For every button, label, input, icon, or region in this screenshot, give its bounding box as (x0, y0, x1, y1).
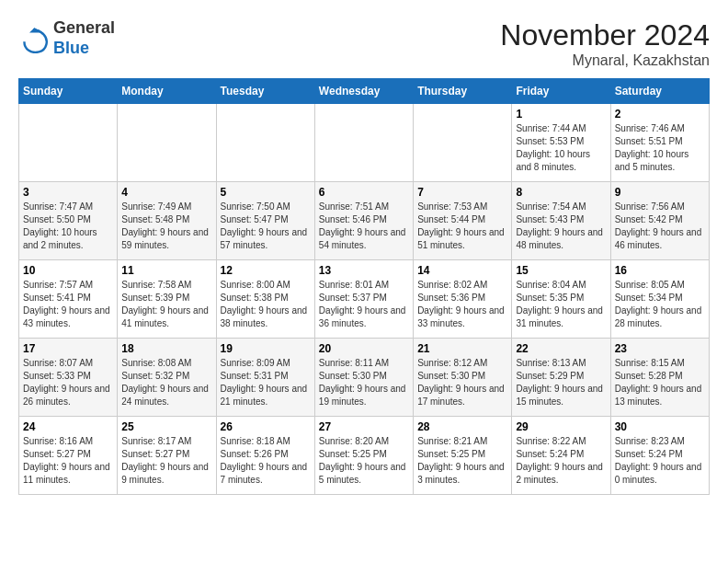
calendar-cell: 17Sunrise: 8:07 AMSunset: 5:33 PMDayligh… (19, 339, 118, 417)
weekday-header: Sunday (19, 79, 118, 104)
day-info: Sunrise: 8:18 AMSunset: 5:26 PMDaylight:… (221, 435, 311, 487)
calendar-cell: 5Sunrise: 7:50 AMSunset: 5:47 PMDaylight… (216, 182, 314, 260)
calendar-week-row: 17Sunrise: 8:07 AMSunset: 5:33 PMDayligh… (19, 339, 710, 417)
day-info: Sunrise: 8:17 AMSunset: 5:27 PMDaylight:… (121, 435, 211, 487)
weekday-header: Saturday (610, 79, 709, 104)
day-info: Sunrise: 8:13 AMSunset: 5:29 PMDaylight:… (516, 357, 606, 408)
day-number: 27 (319, 420, 409, 433)
day-number: 26 (221, 420, 311, 433)
day-info: Sunrise: 8:16 AMSunset: 5:27 PMDaylight:… (23, 435, 113, 487)
day-number: 8 (516, 186, 606, 199)
day-number: 2 (615, 108, 705, 121)
day-number: 28 (417, 420, 507, 433)
day-info: Sunrise: 8:22 AMSunset: 5:24 PMDaylight:… (516, 435, 606, 487)
day-number: 13 (319, 264, 409, 277)
calendar-cell: 6Sunrise: 7:51 AMSunset: 5:46 PMDaylight… (314, 182, 413, 260)
calendar-cell: 12Sunrise: 8:00 AMSunset: 5:38 PMDayligh… (216, 260, 314, 339)
day-info: Sunrise: 8:11 AMSunset: 5:30 PMDaylight:… (319, 357, 409, 408)
calendar-cell: 8Sunrise: 7:54 AMSunset: 5:43 PMDaylight… (512, 182, 610, 260)
weekday-header: Tuesday (216, 79, 314, 104)
calendar-cell: 24Sunrise: 8:16 AMSunset: 5:27 PMDayligh… (19, 417, 118, 495)
logo: General Blue (18, 18, 115, 58)
day-info: Sunrise: 7:57 AMSunset: 5:41 PMDaylight:… (23, 279, 113, 330)
calendar-header: SundayMondayTuesdayWednesdayThursdayFrid… (19, 79, 710, 104)
calendar-cell: 4Sunrise: 7:49 AMSunset: 5:48 PMDaylight… (118, 182, 216, 260)
calendar-week-row: 3Sunrise: 7:47 AMSunset: 5:50 PMDaylight… (19, 182, 710, 260)
calendar-cell: 25Sunrise: 8:17 AMSunset: 5:27 PMDayligh… (118, 417, 216, 495)
day-info: Sunrise: 7:46 AMSunset: 5:51 PMDaylight:… (615, 122, 705, 174)
calendar-cell (314, 104, 413, 182)
day-info: Sunrise: 7:54 AMSunset: 5:43 PMDaylight:… (516, 201, 606, 252)
weekday-header: Wednesday (314, 79, 413, 104)
day-number: 12 (221, 264, 311, 277)
day-number: 9 (615, 186, 705, 199)
day-info: Sunrise: 8:12 AMSunset: 5:30 PMDaylight:… (417, 357, 507, 408)
calendar-body: 1Sunrise: 7:44 AMSunset: 5:53 PMDaylight… (19, 104, 710, 495)
logo-text: General Blue (53, 18, 115, 58)
location: Mynaral, Kazakhstan (500, 52, 710, 69)
day-info: Sunrise: 7:51 AMSunset: 5:46 PMDaylight:… (319, 201, 409, 252)
calendar-cell: 9Sunrise: 7:56 AMSunset: 5:42 PMDaylight… (610, 182, 709, 260)
day-info: Sunrise: 8:07 AMSunset: 5:33 PMDaylight:… (23, 357, 113, 408)
day-info: Sunrise: 8:08 AMSunset: 5:32 PMDaylight:… (121, 357, 211, 408)
calendar-cell: 20Sunrise: 8:11 AMSunset: 5:30 PMDayligh… (314, 339, 413, 417)
day-number: 5 (221, 186, 311, 199)
day-info: Sunrise: 8:09 AMSunset: 5:31 PMDaylight:… (221, 357, 311, 408)
day-info: Sunrise: 7:50 AMSunset: 5:47 PMDaylight:… (221, 201, 311, 252)
day-number: 1 (516, 108, 606, 121)
calendar-cell: 13Sunrise: 8:01 AMSunset: 5:37 PMDayligh… (314, 260, 413, 339)
day-number: 18 (121, 342, 211, 355)
day-number: 25 (121, 420, 211, 433)
calendar-cell: 19Sunrise: 8:09 AMSunset: 5:31 PMDayligh… (216, 339, 314, 417)
calendar-cell: 21Sunrise: 8:12 AMSunset: 5:30 PMDayligh… (414, 339, 512, 417)
day-number: 4 (121, 186, 211, 199)
weekday-header: Monday (118, 79, 216, 104)
weekday-header: Thursday (414, 79, 512, 104)
weekday-header: Friday (512, 79, 610, 104)
day-info: Sunrise: 8:21 AMSunset: 5:25 PMDaylight:… (417, 435, 507, 487)
calendar-cell: 14Sunrise: 8:02 AMSunset: 5:36 PMDayligh… (414, 260, 512, 339)
day-info: Sunrise: 7:56 AMSunset: 5:42 PMDaylight:… (615, 201, 705, 252)
calendar-cell: 15Sunrise: 8:04 AMSunset: 5:35 PMDayligh… (512, 260, 610, 339)
logo-icon (18, 24, 48, 53)
title-block: November 2024 Mynaral, Kazakhstan (500, 18, 710, 69)
day-info: Sunrise: 8:01 AMSunset: 5:37 PMDaylight:… (319, 279, 409, 330)
day-number: 11 (121, 264, 211, 277)
day-info: Sunrise: 8:23 AMSunset: 5:24 PMDaylight:… (615, 435, 705, 487)
day-number: 10 (23, 264, 113, 277)
month-title: November 2024 (500, 18, 710, 52)
page-header: General Blue November 2024 Mynaral, Kaza… (18, 18, 710, 69)
calendar-cell: 2Sunrise: 7:46 AMSunset: 5:51 PMDaylight… (610, 104, 709, 182)
day-number: 20 (319, 342, 409, 355)
calendar-cell: 22Sunrise: 8:13 AMSunset: 5:29 PMDayligh… (512, 339, 610, 417)
calendar-cell: 11Sunrise: 7:58 AMSunset: 5:39 PMDayligh… (118, 260, 216, 339)
calendar-table: SundayMondayTuesdayWednesdayThursdayFrid… (18, 78, 710, 495)
calendar-cell: 7Sunrise: 7:53 AMSunset: 5:44 PMDaylight… (414, 182, 512, 260)
day-info: Sunrise: 8:04 AMSunset: 5:35 PMDaylight:… (516, 279, 606, 330)
day-info: Sunrise: 7:49 AMSunset: 5:48 PMDaylight:… (121, 201, 211, 252)
day-info: Sunrise: 7:47 AMSunset: 5:50 PMDaylight:… (23, 201, 113, 252)
day-number: 14 (417, 264, 507, 277)
day-info: Sunrise: 8:02 AMSunset: 5:36 PMDaylight:… (417, 279, 507, 330)
day-number: 6 (319, 186, 409, 199)
calendar-cell (19, 104, 118, 182)
day-number: 24 (23, 420, 113, 433)
day-number: 3 (23, 186, 113, 199)
calendar-cell: 1Sunrise: 7:44 AMSunset: 5:53 PMDaylight… (512, 104, 610, 182)
day-info: Sunrise: 8:05 AMSunset: 5:34 PMDaylight:… (615, 279, 705, 330)
calendar-cell (216, 104, 314, 182)
calendar-week-row: 10Sunrise: 7:57 AMSunset: 5:41 PMDayligh… (19, 260, 710, 339)
day-number: 21 (417, 342, 507, 355)
day-number: 15 (516, 264, 606, 277)
day-info: Sunrise: 7:58 AMSunset: 5:39 PMDaylight:… (121, 279, 211, 330)
day-info: Sunrise: 8:15 AMSunset: 5:28 PMDaylight:… (615, 357, 705, 408)
day-number: 16 (615, 264, 705, 277)
calendar-cell (118, 104, 216, 182)
day-number: 30 (615, 420, 705, 433)
day-info: Sunrise: 7:53 AMSunset: 5:44 PMDaylight:… (417, 201, 507, 252)
day-info: Sunrise: 8:20 AMSunset: 5:25 PMDaylight:… (319, 435, 409, 487)
calendar-cell (414, 104, 512, 182)
weekday-row: SundayMondayTuesdayWednesdayThursdayFrid… (19, 79, 710, 104)
calendar-cell: 3Sunrise: 7:47 AMSunset: 5:50 PMDaylight… (19, 182, 118, 260)
day-number: 19 (221, 342, 311, 355)
